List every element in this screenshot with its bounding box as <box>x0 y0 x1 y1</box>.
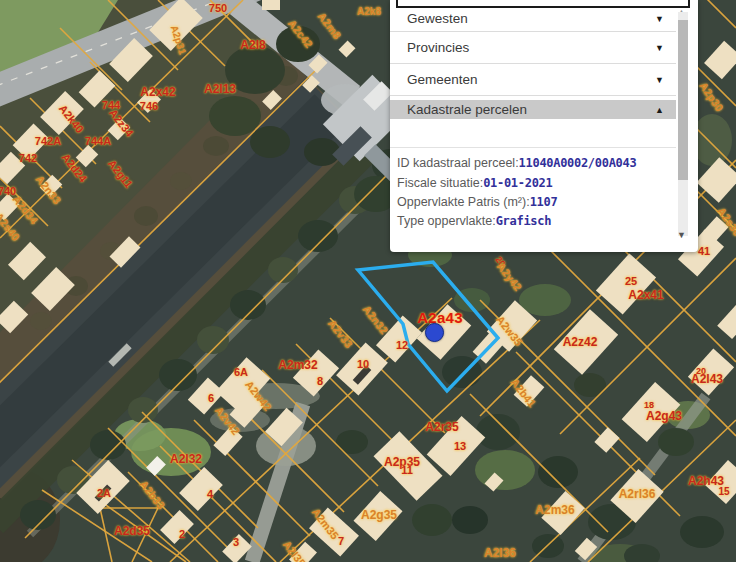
chevron-down-icon[interactable]: ▼ <box>655 43 676 53</box>
detail-label: Oppervlakte Patris (m²) <box>397 195 526 209</box>
detail-label: Fiscale situatie <box>397 176 480 190</box>
accordion-label: Provincies <box>407 40 655 55</box>
detail-row-area-type: Type oppervlakte : Grafisch <box>397 211 551 230</box>
accordion-item-provincies[interactable]: Provincies ▼ <box>390 32 676 64</box>
detail-label: Type oppervlakte <box>397 214 492 228</box>
detail-row-parcel-id: ID kadastraal perceel : 11040A0002/00A04… <box>397 153 636 172</box>
accordion-item-gewesten[interactable]: Gewesten ▼ <box>390 6 676 32</box>
layers-panel: Gewesten ▼ Provincies ▼ Gemeenten ▼ Kada… <box>390 0 698 252</box>
accordion-label: Gewesten <box>407 11 655 26</box>
detail-row-fiscal-date: Fiscale situatie : 01-01-2021 <box>397 173 552 192</box>
chevron-down-icon[interactable]: ▼ <box>655 14 676 24</box>
scrollbar-track[interactable] <box>678 12 688 236</box>
accordion-label: Gemeenten <box>407 72 655 87</box>
scroll-down-icon[interactable]: ▼ <box>677 230 686 240</box>
accordion-item-kadastrale-percelen[interactable]: Kadastrale percelen ▲ <box>390 100 676 119</box>
selected-parcel-marker <box>425 323 444 342</box>
detail-value: 1107 <box>530 195 558 209</box>
detail-value: 01-01-2021 <box>483 176 552 190</box>
accordion-label: Kadastrale percelen <box>407 102 655 117</box>
accordion-item-gemeenten[interactable]: Gemeenten ▼ <box>390 64 676 96</box>
chevron-up-icon[interactable]: ▲ <box>655 105 676 115</box>
scrollbar-thumb[interactable] <box>678 20 688 180</box>
detail-label: ID kadastraal perceel <box>397 156 515 170</box>
map-viewport: 750A2p31A2l8A2c42A2m8A2k8A2l13A2x4274674… <box>0 0 736 562</box>
divider <box>390 147 676 148</box>
detail-row-area: Oppervlakte Patris (m²) : 1107 <box>397 192 557 211</box>
chevron-down-icon[interactable]: ▼ <box>655 75 676 85</box>
detail-value: Grafisch <box>496 214 551 228</box>
detail-value: 11040A0002/00A043 <box>519 156 637 170</box>
